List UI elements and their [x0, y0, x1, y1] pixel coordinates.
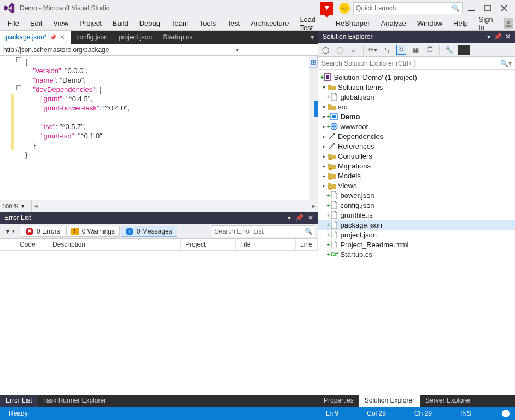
- tree-twisty[interactable]: ▸: [320, 173, 327, 179]
- zoom-selector[interactable]: 100 %▾: [0, 200, 32, 212]
- col-file[interactable]: File: [236, 239, 296, 250]
- close-icon[interactable]: ✕: [505, 33, 511, 40]
- menu-project[interactable]: Project: [74, 18, 107, 29]
- menu-file[interactable]: File: [2, 18, 25, 29]
- back-icon[interactable]: ◯: [320, 45, 330, 55]
- col-project[interactable]: Project: [181, 239, 236, 250]
- menu-analyze[interactable]: Analyze: [376, 18, 412, 29]
- tree-item-project-json[interactable]: +project.json: [318, 230, 515, 240]
- tree-item-migrations[interactable]: ▸🔒Migrations: [318, 161, 515, 171]
- col-icon[interactable]: [0, 239, 15, 250]
- tree-twisty[interactable]: ▸: [320, 124, 327, 130]
- solution-root[interactable]: + Solution 'Demo' (1 project): [318, 72, 515, 82]
- tree-twisty[interactable]: ▸: [320, 183, 327, 189]
- pin-icon[interactable]: 📌: [494, 33, 502, 40]
- tab-startup-cs[interactable]: Startup.cs: [157, 31, 198, 44]
- menu-debug[interactable]: Debug: [134, 18, 166, 29]
- tree-item-package-json[interactable]: +package.json: [318, 220, 515, 230]
- solution-tree[interactable]: + Solution 'Demo' (1 project) ▾Solution …: [318, 70, 515, 395]
- tab-project-json[interactable]: project.json: [113, 31, 157, 44]
- errors-chip[interactable]: ✖0 Errors: [21, 226, 65, 237]
- close-icon[interactable]: ✕: [60, 33, 65, 41]
- menu-window[interactable]: Window: [412, 18, 448, 29]
- tab-task-runner[interactable]: Task Runner Explorer: [38, 395, 112, 407]
- quick-launch[interactable]: 🔍: [353, 2, 463, 14]
- tab-server-explorer[interactable]: Server Explorer: [420, 395, 476, 407]
- menu-edit[interactable]: Edit: [25, 18, 48, 29]
- error-list-header[interactable]: Error List ▾ 📌 ✕: [0, 212, 318, 224]
- tree-item-models[interactable]: ▸🔒Models: [318, 171, 515, 180]
- tree-item-demo[interactable]: ▾+Demo: [318, 112, 515, 121]
- tree-item-dependencies[interactable]: ▸Dependencies: [318, 131, 515, 141]
- pin-icon[interactable]: 📌: [295, 214, 303, 221]
- code-content[interactable]: { "version": "0.0.0", "name": "Demo", "d…: [25, 56, 308, 200]
- tree-twisty[interactable]: ▸: [320, 133, 327, 139]
- tree-item-wwwroot[interactable]: ▸+wwwroot: [318, 121, 515, 131]
- menu-team[interactable]: Team: [166, 18, 194, 29]
- tree-item-views[interactable]: ▸🔒Views: [318, 180, 515, 190]
- notifications-flag-icon[interactable]: [320, 2, 333, 15]
- split-editor-icon[interactable]: ⊞: [309, 56, 318, 68]
- tree-item-solution-items[interactable]: ▾Solution Items: [318, 82, 515, 92]
- error-list-search[interactable]: 🔍: [212, 225, 315, 237]
- schema-dropdown[interactable]: http://json.schemastore.org/package ▾: [0, 44, 318, 56]
- fold-toggle[interactable]: −: [16, 57, 21, 62]
- error-search-input[interactable]: [214, 228, 305, 235]
- tree-item-gruntfile-js[interactable]: +gruntfile.js: [318, 210, 515, 220]
- menu-test[interactable]: Test: [221, 18, 245, 29]
- messages-chip[interactable]: i0 Messages: [121, 226, 177, 237]
- tree-twisty[interactable]: ▸: [320, 153, 327, 159]
- tree-twisty[interactable]: ▾: [320, 84, 327, 90]
- filter-dropdown[interactable]: ▼▾: [2, 228, 17, 235]
- home-icon[interactable]: ⌂: [349, 45, 359, 55]
- menu-resharper[interactable]: ReSharper: [330, 18, 376, 29]
- solution-search[interactable]: 🔍▾: [318, 57, 515, 70]
- scroll-left-icon[interactable]: ◂: [32, 200, 40, 212]
- maximize-button[interactable]: [480, 2, 495, 15]
- quick-launch-input[interactable]: [356, 4, 452, 12]
- solution-explorer-header[interactable]: Solution Explorer ▾ 📌 ✕: [318, 31, 515, 43]
- error-list-columns[interactable]: Code Description Project File Line: [0, 239, 318, 251]
- fold-toggle[interactable]: −: [16, 85, 21, 90]
- menu-architecture[interactable]: Architecture: [245, 18, 294, 29]
- tree-item-references[interactable]: ▸References: [318, 141, 515, 151]
- solution-search-input[interactable]: [321, 60, 500, 67]
- col-line[interactable]: Line: [296, 239, 318, 250]
- tab-solution-explorer[interactable]: Solution Explorer: [359, 395, 420, 407]
- tab-error-list[interactable]: Error List: [0, 395, 38, 407]
- tree-twisty[interactable]: ▸: [320, 163, 327, 169]
- col-description[interactable]: Description: [48, 239, 181, 250]
- wrench-icon[interactable]: —: [458, 45, 470, 55]
- vscrollbar[interactable]: [309, 68, 318, 200]
- collapse-icon[interactable]: ⇆: [382, 45, 392, 55]
- tree-item-global-json[interactable]: +global.json: [318, 92, 515, 102]
- window-position-icon[interactable]: ▾: [487, 33, 490, 40]
- preview-icon[interactable]: ❐: [425, 45, 435, 55]
- tab-properties[interactable]: Properties: [318, 395, 359, 407]
- fwd-icon[interactable]: ◯: [335, 45, 344, 55]
- feedback-smile-icon[interactable]: ☺: [339, 3, 350, 14]
- code-editor[interactable]: − − ⊞ { "version": "0.0.0", "name": "Dem…: [0, 56, 318, 200]
- tree-twisty[interactable]: ▾: [320, 104, 327, 110]
- tree-item-startup-cs[interactable]: +C#Startup.cs: [318, 249, 515, 259]
- close-button[interactable]: [496, 2, 512, 15]
- tree-twisty[interactable]: ▾: [320, 114, 327, 120]
- tab-package-json-[interactable]: package.json*📌✕: [0, 31, 71, 44]
- menu-view[interactable]: View: [48, 18, 74, 29]
- window-position-icon[interactable]: ▾: [288, 214, 291, 221]
- tree-item-bower-json[interactable]: +bower.json: [318, 190, 515, 200]
- doc-tabs-dropdown-icon[interactable]: ▾: [307, 31, 318, 44]
- sync-icon[interactable]: ⟳▾: [368, 45, 378, 55]
- tree-item-src[interactable]: ▾src: [318, 102, 515, 112]
- properties-icon[interactable]: 🔧: [444, 45, 454, 55]
- tree-item-controllers[interactable]: ▸🔒Controllers: [318, 151, 515, 161]
- menu-build[interactable]: Build: [107, 18, 134, 29]
- tab-config-json[interactable]: config.json: [71, 31, 113, 44]
- account-avatar-icon[interactable]: [504, 18, 513, 29]
- tree-item-project-readme-html[interactable]: +Project_Readme.html: [318, 240, 515, 249]
- show-all-icon[interactable]: ▦: [411, 45, 420, 55]
- tree-twisty[interactable]: ▸: [320, 143, 327, 149]
- tree-item-config-json[interactable]: +config.json: [318, 200, 515, 210]
- close-icon[interactable]: ✕: [308, 214, 313, 221]
- pin-icon[interactable]: 📌: [50, 34, 56, 40]
